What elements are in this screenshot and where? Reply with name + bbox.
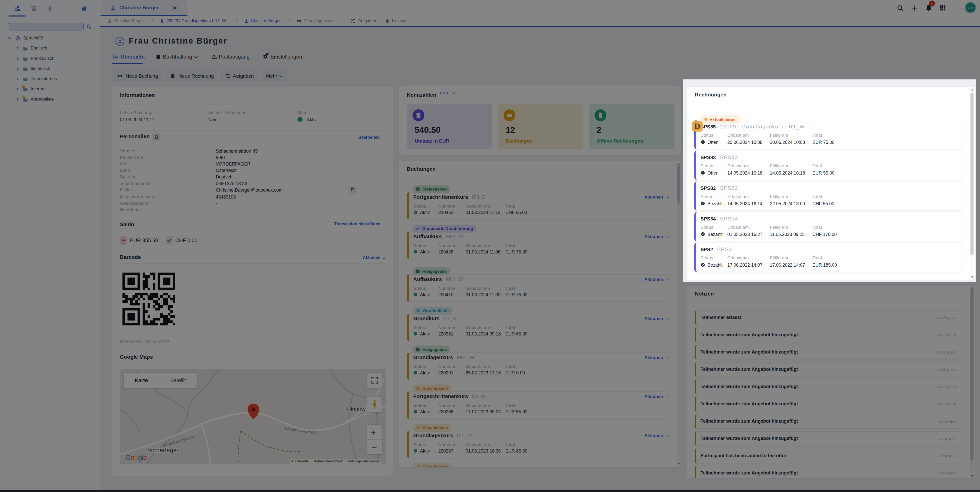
svg-text:Vorderfager: Vorderfager [148, 447, 179, 454]
svg-text:Schwaitl Landsstraße: Schwaitl Landsstraße [162, 435, 195, 448]
